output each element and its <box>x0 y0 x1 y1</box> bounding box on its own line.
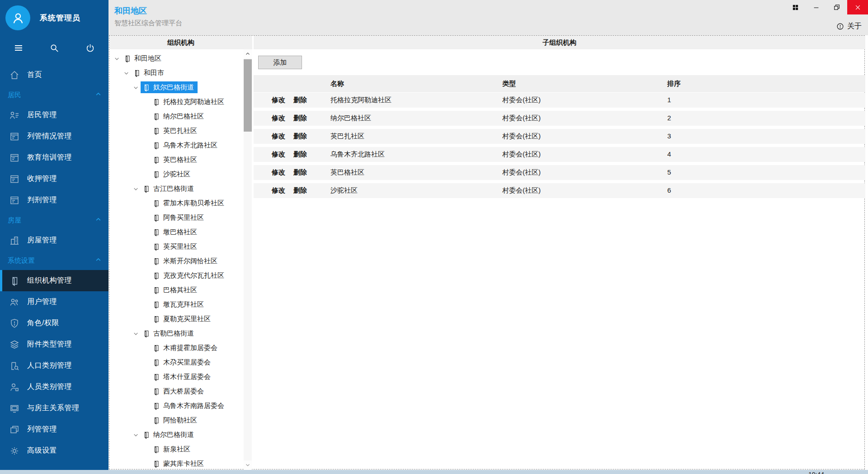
close-button[interactable] <box>847 0 868 14</box>
tree-node[interactable]: 纳尔巴格街道 <box>109 427 243 442</box>
tree-node[interactable]: 古江巴格街道 <box>109 181 243 196</box>
chevron-down-icon[interactable] <box>112 55 122 62</box>
sidebar-item[interactable]: 高级设置 <box>0 440 108 461</box>
tree-node[interactable]: 木尕买里居委会 <box>109 355 243 370</box>
tree-node-label: 英巴格社区 <box>163 156 197 164</box>
tree-node[interactable]: 英巴扎社区 <box>109 123 243 138</box>
org-node-icon <box>151 372 160 381</box>
tree-node[interactable]: 木甫提霍加居委会 <box>109 341 243 355</box>
chevron-up-icon[interactable] <box>95 217 101 222</box>
search-icon[interactable] <box>48 42 60 54</box>
delete-link[interactable]: 删除 <box>293 150 307 159</box>
tree-node-label: 沙驼社区 <box>163 170 190 179</box>
tree-scrollbar[interactable] <box>244 49 252 469</box>
scrollbar-thumb[interactable] <box>244 59 252 132</box>
tree-node[interactable]: 克孜克代尔瓦扎社区 <box>109 268 243 283</box>
edit-link[interactable]: 修改 <box>272 150 285 159</box>
tree-node[interactable]: 蒙其库卡社区 <box>109 456 243 469</box>
org-tree: 和田地区和田市奴尔巴格街道托格拉克阿勒迪社区纳尔巴格社区英巴扎社区乌鲁木齐北路社… <box>109 49 243 469</box>
table-row: 修改删除英巴格社区村委会(社区)5 <box>254 165 865 180</box>
sidebar-item[interactable]: 列管管理 <box>0 419 108 440</box>
sidebar-item[interactable]: 角色/权限 <box>0 313 108 334</box>
tree-node[interactable]: 巴格其社区 <box>109 283 243 297</box>
sidebar-section-header[interactable]: 居民 <box>0 85 108 104</box>
tree-node[interactable]: 乌鲁木齐南路居委会 <box>109 398 243 413</box>
tree-node[interactable]: 古勒巴格街道 <box>109 326 243 341</box>
sidebar-item[interactable]: 组织机构管理 <box>0 270 108 291</box>
delete-link[interactable]: 删除 <box>293 96 307 104</box>
org-node-icon <box>142 430 151 439</box>
hamburger-menu-icon[interactable] <box>13 42 24 54</box>
about-label: 关于 <box>847 22 862 31</box>
delete-link[interactable]: 删除 <box>293 132 307 141</box>
form-icon <box>9 195 20 206</box>
chevron-up-icon[interactable] <box>95 92 101 96</box>
tree-node[interactable]: 新泉社区 <box>109 442 243 456</box>
scroll-down-icon[interactable] <box>244 460 252 469</box>
power-icon[interactable] <box>84 42 96 54</box>
tree-node[interactable]: 墩巴格社区 <box>109 225 243 239</box>
sidebar-item-label: 人员类别管理 <box>27 382 72 392</box>
tree-node[interactable]: 英巴格社区 <box>109 152 243 167</box>
restore-button[interactable] <box>826 0 847 14</box>
scroll-up-icon[interactable] <box>244 49 252 58</box>
sidebar-item[interactable]: 用户管理 <box>0 291 108 313</box>
org-node-icon <box>151 256 160 265</box>
grid-apps-icon[interactable] <box>785 0 806 14</box>
sidebar-item[interactable]: 首页 <box>0 64 108 85</box>
tree-node[interactable]: 霍加木库勒贝希社区 <box>109 196 243 210</box>
add-button[interactable]: 添加 <box>258 56 302 69</box>
tree-node[interactable]: 夏勒克买里社区 <box>109 312 243 326</box>
edit-link[interactable]: 修改 <box>272 168 285 177</box>
edit-link[interactable]: 修改 <box>272 114 285 123</box>
tree-node[interactable]: 奴尔巴格街道 <box>109 80 243 95</box>
chevron-down-icon[interactable] <box>122 69 131 76</box>
tree-node[interactable]: 英买里社区 <box>109 239 243 254</box>
tree-node[interactable]: 沙驼社区 <box>109 167 243 181</box>
table-header: 名称 类型 排序 <box>254 75 865 92</box>
sidebar-section-header[interactable]: 房屋 <box>0 211 108 230</box>
sidebar-item[interactable]: 判刑管理 <box>0 190 108 211</box>
about-button[interactable]: 关于 <box>836 22 862 31</box>
sidebar-item[interactable]: 房屋管理 <box>0 230 108 251</box>
tree-node[interactable]: 托格拉克阿勒迪社区 <box>109 95 243 109</box>
tree-node-label: 纳尔巴格街道 <box>153 431 194 439</box>
tree-node[interactable]: 和田市 <box>109 66 243 80</box>
delete-link[interactable]: 删除 <box>293 114 307 123</box>
chevron-down-icon[interactable] <box>131 330 141 337</box>
sidebar-item[interactable]: 与房主关系管理 <box>0 398 108 419</box>
chevron-down-icon[interactable] <box>131 84 141 91</box>
sidebar-section-header[interactable]: 系统设置 <box>0 251 108 270</box>
delete-link[interactable]: 删除 <box>293 186 307 195</box>
tree-node[interactable]: 塔木什亚居委会 <box>109 370 243 384</box>
windows-icon <box>9 424 20 435</box>
chevron-down-icon[interactable] <box>131 431 141 438</box>
sidebar-item[interactable]: 人员类别管理 <box>0 376 108 398</box>
edit-link[interactable]: 修改 <box>272 132 285 141</box>
chevron-up-icon[interactable] <box>95 257 101 262</box>
org-node-icon <box>151 285 160 294</box>
sidebar-item[interactable]: 收押管理 <box>0 168 108 190</box>
edit-link[interactable]: 修改 <box>272 186 285 195</box>
delete-link[interactable]: 删除 <box>293 168 307 177</box>
sidebar-item[interactable]: 列管情况管理 <box>0 126 108 147</box>
tree-node[interactable]: 阿恰勒社区 <box>109 413 243 427</box>
tree-node[interactable]: 墩瓦克拜社区 <box>109 297 243 312</box>
sidebar-item[interactable]: 居民管理 <box>0 104 108 126</box>
sidebar-item-label: 首页 <box>27 70 42 80</box>
sidebar-item[interactable]: 人口类别管理 <box>0 355 108 376</box>
chevron-down-icon[interactable] <box>131 185 141 192</box>
tree-node[interactable]: 和田地区 <box>109 51 243 66</box>
sidebar-item[interactable]: 教育培训管理 <box>0 147 108 168</box>
tree-node[interactable]: 乌鲁木齐北路社区 <box>109 138 243 152</box>
minimize-button[interactable] <box>806 0 826 14</box>
sidebar-item-label: 列管情况管理 <box>27 132 72 141</box>
tree-node[interactable]: 纳尔巴格社区 <box>109 109 243 123</box>
edit-link[interactable]: 修改 <box>272 96 285 104</box>
tree-node[interactable]: 西大桥居委会 <box>109 384 243 398</box>
shield-icon <box>9 318 20 329</box>
tree-node[interactable]: 米斯开尔阔恰社区 <box>109 254 243 268</box>
tree-node-label: 蒙其库卡社区 <box>163 460 204 468</box>
sidebar-item[interactable]: 附件类型管理 <box>0 334 108 355</box>
tree-node[interactable]: 阿鲁买里社区 <box>109 210 243 225</box>
